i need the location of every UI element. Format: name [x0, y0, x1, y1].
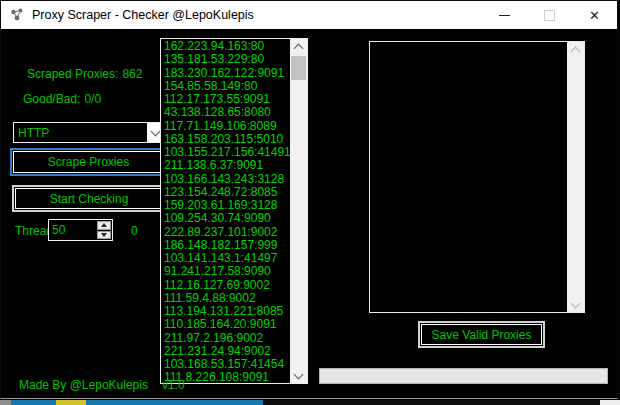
valid-list-scrollbar[interactable] [567, 42, 584, 312]
proxy-list-item[interactable]: 103.141.143.1:41497 [161, 252, 290, 265]
proxy-list-item[interactable]: 222.89.237.101:9002 [161, 226, 290, 239]
proxy-list-item[interactable]: 112.17.173.55:9091 [161, 93, 290, 106]
proxy-list-item[interactable]: 183.230.162.122:9091 [161, 67, 290, 80]
screen: Proxy Scraper - Checker @LepoKulepis ✕ S… [0, 0, 620, 405]
proxy-list-item[interactable]: 123.154.248.72:8085 [161, 186, 290, 199]
chevron-down-icon [151, 126, 161, 136]
scroll-up-button[interactable] [290, 39, 307, 54]
scraped-proxies-list: 162.223.94.163:80135.181.53.229:80183.23… [160, 38, 308, 384]
proxy-list-item[interactable]: 211.138.6.37:9091 [161, 159, 290, 172]
desktop-segment [11, 400, 56, 405]
scraped-list-scrollbar[interactable] [290, 39, 307, 383]
close-button[interactable]: ✕ [572, 1, 617, 29]
scrape-proxies-button-label: Scrape Proxies [13, 151, 164, 173]
maximize-icon [544, 10, 555, 21]
proxy-type-dropdown[interactable]: HTTP [13, 122, 165, 143]
proxy-list-item[interactable]: 186.148.182.157:999 [161, 239, 290, 252]
proxy-list-item[interactable]: 103.166.143.243:3128 [161, 173, 290, 186]
desktop-segment [600, 400, 620, 405]
credit-text: Made By @LepoKulepis [19, 378, 148, 392]
maximize-button [527, 1, 572, 29]
scroll-down-button[interactable] [567, 297, 584, 312]
proxy-list-item[interactable]: 154.85.58.149:80 [161, 80, 290, 93]
proxy-list-item[interactable]: 113.194.131.221:8085 [161, 305, 290, 318]
triangle-up-icon [101, 223, 107, 227]
proxy-list-item[interactable]: 211.97.2.196:9002 [161, 332, 290, 345]
close-icon: ✕ [589, 9, 600, 22]
proxy-list-item[interactable]: 110.185.164.20:9091 [161, 318, 290, 331]
checked-counter: 0 [131, 224, 138, 238]
proxy-list-item[interactable]: 111.59.4.88:9002 [161, 292, 290, 305]
proxy-list-item[interactable]: 112.16.127.69:9002 [161, 279, 290, 292]
proxy-list-item[interactable]: 103.168.53.157:41454 [161, 358, 290, 371]
minimize-button[interactable] [482, 1, 527, 29]
proxy-list-item[interactable]: 91.241.217.58:9090 [161, 265, 290, 278]
threads-down-button[interactable] [97, 231, 111, 240]
window-controls: ✕ [482, 1, 617, 29]
triangle-down-icon [101, 233, 107, 237]
window-title: Proxy Scraper - Checker @LepoKulepis [32, 8, 254, 22]
scraped-proxies-label: Scraped Proxies: [27, 67, 118, 81]
app-icon [9, 7, 25, 23]
scroll-down-button[interactable] [290, 368, 307, 383]
chevron-down-icon [571, 298, 581, 308]
save-valid-proxies-button-label: Save Valid Proxies [421, 324, 542, 345]
chevron-up-icon [294, 44, 304, 54]
proxy-list-item[interactable]: 117.71.149.106:8089 [161, 120, 290, 133]
chevron-up-icon [571, 47, 581, 57]
version-text: v1.0 [162, 378, 185, 392]
start-checking-button-label: Start Checking [15, 188, 163, 209]
credit-label: Made By @LepoKulepis v1.0 [19, 378, 185, 392]
proxy-list-item[interactable]: 43.138.128.65:8080 [161, 106, 290, 119]
proxy-list-item[interactable]: 159.203.61.169:3128 [161, 199, 290, 212]
titlebar: Proxy Scraper - Checker @LepoKulepis ✕ [1, 1, 617, 31]
minimize-icon [499, 15, 510, 16]
desktop-segment [263, 400, 600, 405]
scraped-proxies-items: 162.223.94.163:80135.181.53.229:80183.23… [161, 39, 290, 383]
scraped-proxies-value: 862 [122, 67, 142, 81]
scraped-proxies-stat: Scraped Proxies: 862 [27, 67, 142, 81]
valid-proxies-items [370, 42, 567, 312]
good-bad-label: Good/Bad: [23, 92, 80, 106]
taskbar-folder-sliver [56, 400, 86, 405]
desktop-segment [86, 400, 263, 405]
desktop-strip [0, 400, 620, 405]
proxy-list-item[interactable]: 163.158.203.115:5010 [161, 133, 290, 146]
scrollbar-thumb[interactable] [291, 56, 306, 80]
save-valid-proxies-button[interactable]: Save Valid Proxies [418, 321, 545, 348]
proxy-list-item[interactable]: 109.254.30.74:9090 [161, 212, 290, 225]
proxy-list-item[interactable]: 162.223.94.163:80 [161, 40, 290, 53]
good-bad-stat: Good/Bad: 0/0 [23, 92, 101, 106]
scroll-up-button[interactable] [567, 42, 584, 57]
valid-proxies-list [369, 41, 585, 313]
desktop-segment [0, 400, 11, 405]
proxy-list-item[interactable]: 103.155.217.156:41491 [161, 146, 290, 159]
proxy-list-item[interactable]: 135.181.53.229:80 [161, 53, 290, 66]
chevron-down-icon [294, 369, 304, 379]
proxy-list-item[interactable]: 221.231.24.94:9002 [161, 345, 290, 358]
good-bad-value: 0/0 [84, 92, 101, 106]
threads-input[interactable] [49, 220, 96, 240]
progress-bar [319, 368, 608, 384]
start-checking-button[interactable]: Start Checking [12, 185, 166, 212]
scrape-proxies-button[interactable]: Scrape Proxies [10, 148, 167, 176]
threads-stepper-buttons [96, 220, 112, 240]
app-window: Proxy Scraper - Checker @LepoKulepis ✕ S… [0, 0, 618, 399]
threads-stepper[interactable] [48, 219, 113, 241]
threads-up-button[interactable] [97, 221, 111, 230]
proxy-type-selected: HTTP [14, 126, 147, 140]
